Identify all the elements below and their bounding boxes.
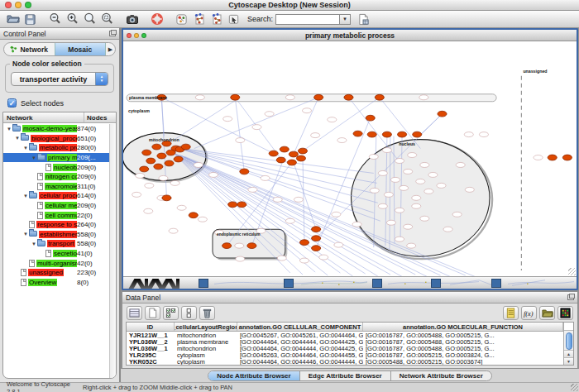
- zoom-out-icon[interactable]: [46, 12, 64, 26]
- control-panel-header: Control Panel: [0, 28, 119, 40]
- tree-row[interactable]: ▼cellular process614(0): [3, 191, 116, 201]
- network-canvas[interactable]: plasma membranecytoplasmmitochondrionnuc…: [123, 41, 577, 276]
- tree-row[interactable]: cellular metabo209(0): [3, 201, 116, 211]
- help-ring-icon[interactable]: [148, 12, 165, 26]
- tree-row[interactable]: nucleobase-209(0): [3, 162, 116, 172]
- network-graph[interactable]: plasma membranecytoplasmmitochondrionnuc…: [123, 41, 577, 276]
- column-header[interactable]: annotation.GO CELLULAR_COMPONENT: [237, 323, 363, 331]
- tree-row-label: unassigned: [28, 269, 64, 276]
- node-color-selection-group: Node color selection transporter activit…: [5, 64, 114, 93]
- node-selected: [247, 243, 256, 249]
- tree-row[interactable]: Overview8(0): [3, 278, 116, 288]
- node-unselected: [479, 132, 488, 137]
- expand-triangle-icon[interactable]: ▼: [14, 136, 21, 141]
- float-panel-icon[interactable]: [109, 31, 116, 36]
- close-button[interactable]: [5, 2, 12, 8]
- scroll-up-icon[interactable]: ▲: [564, 350, 573, 357]
- tab-network-attribute-browser[interactable]: Network Attribute Browser: [391, 371, 491, 380]
- minimize-button[interactable]: [15, 2, 22, 8]
- canvas-resize-grip[interactable]: [568, 268, 576, 275]
- expand-triangle-icon[interactable]: ▼: [22, 194, 29, 198]
- scroll-down-icon[interactable]: ▼: [564, 357, 573, 365]
- tree-row[interactable]: multi-organism pro42(0): [3, 258, 116, 268]
- node-selected: [344, 94, 353, 100]
- frame-zoom-button[interactable]: [141, 33, 146, 38]
- page-icon: [45, 250, 51, 257]
- tab-edge-attribute-browser[interactable]: Edge Attribute Browser: [300, 371, 391, 380]
- column-header[interactable]: _cellularLayoutRegion: [175, 323, 237, 331]
- tree-row[interactable]: response to stimulu264(0): [3, 220, 116, 230]
- folder-icon: [37, 155, 45, 160]
- tree-row[interactable]: cell communicat22(0): [3, 210, 116, 220]
- expand-triangle-icon[interactable]: ▼: [6, 127, 12, 131]
- column-header[interactable]: ID: [127, 323, 175, 331]
- node-unselected: [285, 218, 294, 223]
- tree-col-nodes[interactable]: Nodes: [84, 114, 116, 122]
- tree-row-count: 42(0): [77, 260, 108, 267]
- node-unselected: [170, 180, 179, 185]
- annotation-icon[interactable]: [225, 12, 242, 26]
- tree-row[interactable]: ▼transport558(0): [3, 239, 116, 249]
- zoom-fit-icon[interactable]: [81, 12, 98, 26]
- node-selected: [312, 236, 321, 241]
- matrix-icon[interactable]: [557, 306, 573, 320]
- float-data-panel-icon[interactable]: [567, 294, 574, 300]
- tree-row[interactable]: secretion41(0): [3, 249, 116, 259]
- layout-nodes-icon[interactable]: [190, 12, 208, 26]
- delete-attribute-icon[interactable]: [199, 306, 215, 320]
- unselect-attributes-icon[interactable]: [181, 306, 197, 320]
- graphics-details-icon[interactable]: [173, 12, 190, 26]
- select-nodes-checkbox[interactable]: ✓: [7, 98, 17, 108]
- attribute-table-icon[interactable]: [127, 306, 142, 320]
- tree-row[interactable]: ▼metabolic process280(0): [3, 143, 116, 153]
- table-scrollbar[interactable]: ▲ ▼: [563, 323, 573, 365]
- node-color-dropdown[interactable]: transporter activity ▲▼: [11, 72, 108, 86]
- save-icon[interactable]: [22, 12, 39, 26]
- import-network-icon[interactable]: [355, 12, 372, 26]
- scrollbar-thumb[interactable]: [566, 332, 572, 350]
- expand-triangle-icon[interactable]: ▼: [31, 155, 37, 160]
- layout-edges-icon[interactable]: [208, 12, 225, 26]
- tree-row[interactable]: nitrogen compo209(0): [3, 172, 116, 182]
- zoom-selected-icon[interactable]: [98, 12, 116, 26]
- window-resize-grip[interactable]: [571, 384, 578, 391]
- formula-icon[interactable]: f(x): [521, 306, 537, 320]
- frame-close-button[interactable]: [127, 33, 132, 38]
- tree-row[interactable]: ▼biological_process651(0): [3, 134, 116, 144]
- network-view-titlebar[interactable]: primary metabolic process: [123, 30, 577, 41]
- open-icon[interactable]: [4, 12, 22, 26]
- expand-triangle-icon[interactable]: ▼: [22, 232, 29, 237]
- select-attributes-icon[interactable]: [163, 306, 179, 320]
- column-header[interactable]: annotation.GO MOLECULAR_FUNCTION: [363, 323, 563, 331]
- control-panel: Control Panel Network Mosaic ▶ Node colo…: [0, 28, 121, 382]
- table-cell: [GO:0016787, GO:0005488, GO:0005215, G..…: [363, 365, 563, 366]
- tree-row[interactable]: ▼establishment of lo558(0): [3, 230, 116, 240]
- expand-triangle-icon[interactable]: ▼: [22, 146, 29, 151]
- tree-col-network[interactable]: Network: [3, 112, 84, 122]
- tabs-scroll-right-icon[interactable]: ▶: [106, 46, 115, 53]
- new-attribute-icon[interactable]: [145, 306, 160, 320]
- tree-scrollbar[interactable]: [109, 124, 116, 378]
- search-dropdown-button[interactable]: ▼: [340, 14, 351, 25]
- tree-row[interactable]: ▼primary metabo209(...: [3, 153, 116, 163]
- expand-triangle-icon[interactable]: ▼: [31, 241, 37, 246]
- tab-mosaic[interactable]: Mosaic: [55, 43, 107, 55]
- zoom-button[interactable]: [25, 2, 31, 8]
- tab-network[interactable]: Network: [4, 43, 55, 55]
- window-titlebar: Cytoscape Desktop (New Session): [0, 0, 579, 11]
- node-unselected: [136, 173, 145, 178]
- tree-row[interactable]: unassigned223(0): [3, 268, 116, 278]
- node-unselected: [408, 153, 417, 158]
- frame-minimize-button[interactable]: [134, 33, 139, 38]
- search-input[interactable]: [275, 14, 340, 25]
- node-unselected: [395, 208, 404, 213]
- tree-row[interactable]: ▼mosaic-demo-yeast874(0): [3, 124, 116, 134]
- zoom-in-icon[interactable]: [64, 12, 81, 26]
- tree-row[interactable]: macromolecule311(0): [3, 182, 116, 192]
- snapshot-icon[interactable]: [123, 12, 141, 26]
- node-unselected: [334, 242, 343, 247]
- attribute-batch-icon[interactable]: [503, 306, 519, 320]
- node-selected: [181, 144, 190, 150]
- import-attributes-icon[interactable]: [539, 306, 555, 320]
- tab-node-attribute-browser[interactable]: Node Attribute Browser: [208, 371, 300, 380]
